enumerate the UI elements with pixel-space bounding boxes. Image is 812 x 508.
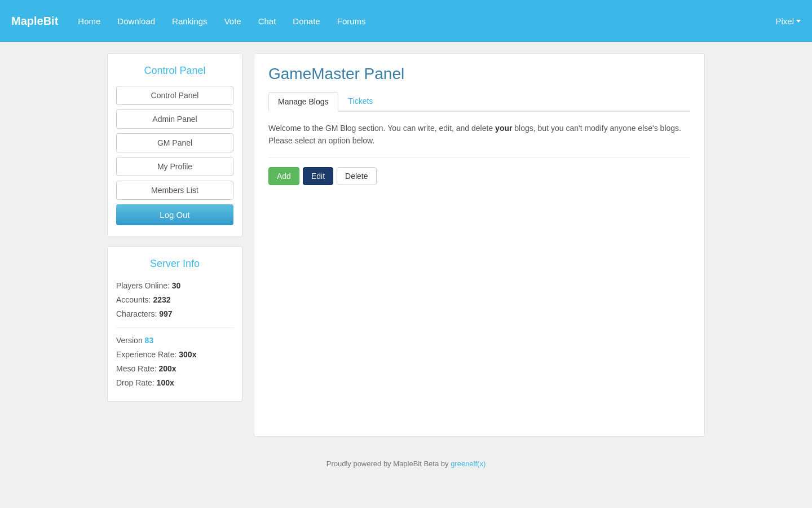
delete-button[interactable]: Delete [337,167,376,185]
players-online-row: Players Online: 30 [116,279,233,293]
meso-rate-row: Meso Rate: 200x [116,362,233,376]
nav-link-donate[interactable]: Donate [284,11,328,32]
description-part1: Welcome to the GM Blog section. You can … [268,124,495,133]
nav-link-forums[interactable]: Forums [329,11,374,32]
page-title: GameMaster Panel [268,65,690,83]
drop-rate-row: Drop Rate: 100x [116,376,233,390]
server-info-box: Server Info Players Online: 30 Accounts:… [107,246,242,402]
nav-item-vote[interactable]: Vote [216,11,250,32]
tabs: Manage Blogs Tickets [268,92,690,112]
version-row: Version 83 [116,334,233,348]
footer-author-link[interactable]: greenelf(x) [451,459,486,468]
meso-rate-value: 200x [158,364,176,373]
content-divider [268,157,690,158]
exp-rate-value: 300x [179,350,196,359]
characters-row: Characters: 997 [116,307,233,321]
control-panel-box: Control Panel Control Panel Admin Panel … [107,53,242,237]
meso-rate-label: Meso Rate: [116,364,158,373]
players-online-label: Players Online: [116,281,172,290]
navbar-right: Pixel [775,16,801,26]
admin-panel-btn[interactable]: Admin Panel [116,110,233,129]
navbar-brand[interactable]: MapleBit [11,15,58,28]
nav-link-rankings[interactable]: Rankings [164,11,216,32]
add-button[interactable]: Add [268,167,299,185]
exp-rate-label: Experience Rate: [116,350,179,359]
accounts-row: Accounts: 2232 [116,293,233,307]
drop-rate-label: Drop Rate: [116,378,157,387]
navbar-nav: Home Download Rankings Vote Chat Donate … [69,11,775,32]
version-value: 83 [145,336,154,345]
content-description: Welcome to the GM Blog section. You can … [268,122,690,147]
action-buttons: Add Edit Delete [268,167,690,185]
control-panel-btn[interactable]: Control Panel [116,86,233,105]
server-stats: Players Online: 30 Accounts: 2232 Charac… [116,279,233,390]
footer: Proudly powered by MapleBit Beta by gree… [0,448,812,479]
characters-value: 997 [159,309,172,318]
logout-btn[interactable]: Log Out [116,204,233,225]
footer-text: Proudly powered by MapleBit Beta by [326,459,451,468]
tab-tickets[interactable]: Tickets [339,92,382,111]
exp-rate-row: Experience Rate: 300x [116,348,233,362]
nav-link-chat[interactable]: Chat [250,11,285,32]
dropdown-caret-icon [796,20,801,23]
user-menu-link[interactable]: Pixel [775,16,801,26]
navbar: MapleBit Home Download Rankings Vote Cha… [0,0,812,42]
nav-item-download[interactable]: Download [109,11,164,32]
members-list-btn[interactable]: Members List [116,181,233,200]
nav-item-forums[interactable]: Forums [329,11,374,32]
nav-item-donate[interactable]: Donate [284,11,328,32]
accounts-label: Accounts: [116,295,153,304]
players-online-value: 30 [172,281,181,290]
accounts-value: 2232 [153,295,170,304]
version-label: Version [116,336,145,345]
control-panel-title: Control Panel [116,65,233,77]
server-divider [116,327,233,328]
user-name: Pixel [775,16,794,26]
sidebar: Control Panel Control Panel Admin Panel … [107,53,242,402]
main-container: Control Panel Control Panel Admin Panel … [99,42,713,448]
server-info-title: Server Info [116,258,233,270]
nav-link-download[interactable]: Download [109,11,164,32]
tab-manage-blogs[interactable]: Manage Blogs [268,92,338,112]
nav-item-chat[interactable]: Chat [250,11,285,32]
gm-panel-btn[interactable]: GM Panel [116,133,233,152]
nav-item-home[interactable]: Home [69,11,109,32]
my-profile-btn[interactable]: My Profile [116,157,233,176]
description-bold: your [495,124,512,133]
nav-link-vote[interactable]: Vote [216,11,250,32]
main-content: GameMaster Panel Manage Blogs Tickets We… [254,53,705,437]
edit-button[interactable]: Edit [303,167,333,185]
characters-label: Characters: [116,309,159,318]
nav-item-rankings[interactable]: Rankings [164,11,216,32]
drop-rate-value: 100x [157,378,174,387]
nav-link-home[interactable]: Home [69,11,109,32]
